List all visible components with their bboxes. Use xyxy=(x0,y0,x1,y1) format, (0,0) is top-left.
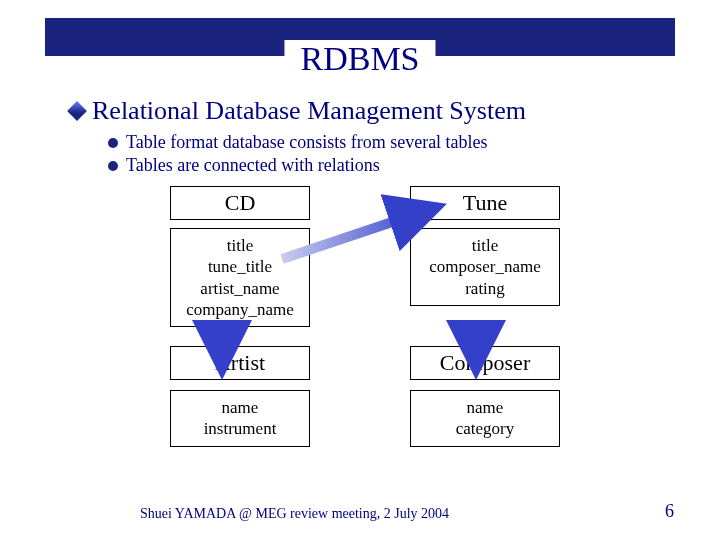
footer-author: Shuei YAMADA @ MEG review meeting, 2 Jul… xyxy=(140,506,449,522)
bullet-main: Relational Database Management System xyxy=(70,96,660,126)
entity-cd-title-box: CD xyxy=(170,186,310,220)
entity-artist-title: Artist xyxy=(171,347,309,380)
entity-composer-body: name category xyxy=(410,390,560,447)
artist-field: name xyxy=(171,397,309,418)
dot-icon xyxy=(108,161,118,171)
entity-artist-body: name instrument xyxy=(170,390,310,447)
slide-title: RDBMS xyxy=(284,40,435,78)
composer-field: name xyxy=(411,397,559,418)
entity-tune-title: Tune xyxy=(411,187,559,220)
diamond-icon xyxy=(67,101,87,121)
cd-field: company_name xyxy=(171,299,309,320)
composer-field: category xyxy=(411,418,559,439)
entity-composer-title: Composer xyxy=(411,347,559,380)
sub-bullet-2: Tables are connected with relations xyxy=(108,155,660,176)
sub-text: Table format database consists from seve… xyxy=(126,132,488,153)
entity-tune-body: title composer_name rating xyxy=(410,228,560,306)
entity-composer-title-box: Composer xyxy=(410,346,560,380)
dot-icon xyxy=(108,138,118,148)
entity-cd-title: CD xyxy=(171,187,309,220)
cd-field: title xyxy=(171,235,309,256)
bullet-text: Relational Database Management System xyxy=(92,96,526,126)
cd-field: tune_title xyxy=(171,256,309,277)
sub-text: Tables are connected with relations xyxy=(126,155,380,176)
tune-field: title xyxy=(411,235,559,256)
tune-field: composer_name xyxy=(411,256,559,277)
entity-tune-title-box: Tune xyxy=(410,186,560,220)
entity-cd-body: title tune_title artist_name company_nam… xyxy=(170,228,310,327)
page-number: 6 xyxy=(665,501,674,522)
tune-field: rating xyxy=(411,278,559,299)
cd-field: artist_name xyxy=(171,278,309,299)
sub-bullet-1: Table format database consists from seve… xyxy=(108,132,660,153)
entity-artist-title-box: Artist xyxy=(170,346,310,380)
content-area: Relational Database Management System Ta… xyxy=(0,78,720,176)
artist-field: instrument xyxy=(171,418,309,439)
